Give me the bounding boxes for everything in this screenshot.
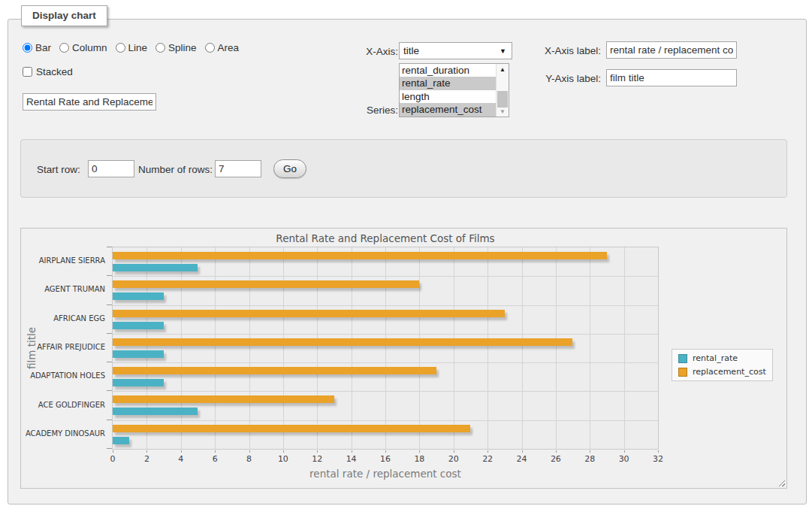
gridline-vertical [283,247,284,449]
x-tick-mark [590,450,590,453]
y-category-label: ACADEMY DINOSAUR [21,429,105,438]
x-tick-mark [181,450,182,453]
x-tick-label: 28 [584,454,595,464]
x-tick-label: 4 [178,454,183,464]
number-of-rows-input[interactable] [215,160,261,177]
chart-type-option-spline[interactable]: Spline [155,42,197,53]
chart-type-radio-label: Bar [35,42,51,53]
go-button[interactable]: Go [273,159,306,178]
stacked-label: Stacked [36,66,73,77]
x-tick-mark [215,450,216,453]
bar-rental_rate [113,322,164,329]
legend-swatch-icon [678,354,687,363]
chart-type-option-area[interactable]: Area [205,42,240,53]
x-tick-label: 8 [246,454,252,464]
x-tick-mark [624,450,625,453]
x-axis-select[interactable]: title ▼ [399,42,512,59]
x-tick-mark [522,450,523,453]
y-category-label: ADAPTATION HOLES [21,371,105,380]
y-tick-mark [107,448,112,449]
y-tick-mark [107,247,112,247]
gridline-vertical [590,247,590,449]
resize-handle-icon[interactable] [777,478,785,486]
dropdown-arrow-icon: ▼ [500,47,506,55]
chart-type-radio-area[interactable] [205,43,215,53]
x-tick-label: 18 [414,454,424,464]
x-tick-mark [385,450,386,453]
row-range-panel: Start row: Number of rows: Go [20,139,787,198]
x-tick-label: 10 [278,454,288,464]
x-tick-mark [317,450,318,453]
series-option-length[interactable]: length [400,90,496,103]
bar-replacement_cost [113,280,419,288]
chart-type-radio-label: Line [128,42,148,53]
gridline-vertical [556,247,557,449]
chart-legend: rental_ratereplacement_cost [672,349,773,381]
x-tick-label: 16 [380,454,391,464]
y-axis-label-input[interactable] [606,69,737,86]
x-tick-label: 24 [517,454,527,464]
gridline-vertical [181,247,182,449]
x-tick-mark [249,450,250,453]
chart-type-option-line[interactable]: Line [116,42,148,53]
stacked-checkbox-row[interactable]: Stacked [23,66,73,77]
fieldset-legend: Display chart [21,5,107,26]
chart-type-radio-column[interactable] [59,43,69,53]
start-row-input[interactable] [88,160,134,177]
bar-rental_rate [113,292,164,300]
y-tick-mark [107,333,112,334]
y-category-label: AGENT TRUMAN [21,285,105,293]
y-tick-mark [107,362,112,362]
gridline-vertical [352,247,352,449]
bar-replacement_cost [113,395,334,403]
series-option-replacement_cost[interactable]: replacement_cost [400,103,496,116]
y-category-label: AFFAIR PREJUDICE [21,343,105,351]
stacked-checkbox[interactable] [23,67,32,77]
legend-entry-replacement_cost: replacement_cost [678,367,766,377]
start-row-label: Start row: [37,164,80,175]
y-category-label: AFRICAN EGG [21,314,105,323]
x-tick-label: 30 [619,454,629,464]
chart-type-option-column[interactable]: Column [59,42,107,53]
number-of-rows-label: Number of rows: [138,164,213,175]
chart-type-radio-spline[interactable] [155,43,165,53]
y-tick-mark [107,420,112,420]
chart-type-radio-label: Column [72,42,107,53]
x-tick-label: 26 [551,454,561,464]
chart-type-radio-label: Area [218,42,240,53]
x-axis-label-input[interactable] [606,41,737,59]
x-tick-mark [454,450,454,453]
gridline-horizontal [113,305,658,306]
x-axis-label-label: X-Axis label: [530,45,601,56]
legend-label: replacement_cost [693,367,766,377]
chart-title-input[interactable] [23,93,156,111]
scroll-down-icon[interactable]: ▼ [497,106,509,117]
series-listbox[interactable]: rental_durationrental_ratelengthreplacem… [399,63,509,117]
x-tick-label: 12 [312,454,322,464]
gridline-vertical [419,247,420,449]
chart-title: Rental Rate and Replacement Cost of Film… [112,232,659,244]
series-list-label: Series: [331,105,398,116]
x-tick-mark [283,450,284,453]
scrollbar-thumb[interactable] [497,91,508,108]
bar-replacement_cost [113,367,436,374]
gridline-vertical [385,247,386,449]
series-scrollbar[interactable]: ▲ ▼ [496,64,509,117]
gridline-vertical [249,247,250,449]
bar-rental_rate [113,264,198,271]
chart-type-radio-bar[interactable] [23,43,32,53]
gridline-horizontal [113,391,658,392]
legend-label: rental_rate [693,353,738,363]
gridline-vertical [488,247,488,449]
scroll-up-icon[interactable]: ▲ [497,64,509,74]
chart-type-radio-line[interactable] [116,43,125,53]
bar-replacement_cost [113,425,470,432]
bar-rental_rate [113,350,164,358]
chart-type-radio-group: BarColumnLineSplineArea [23,42,239,53]
y-tick-mark [107,390,112,391]
y-category-label: ACE GOLDFINGER [21,401,105,409]
page: Display chart BarColumnLineSplineArea St… [0,0,812,512]
series-option-rental_duration[interactable]: rental_duration [400,64,496,77]
series-option-rental_rate[interactable]: rental_rate [400,77,496,89]
chart-type-option-bar[interactable]: Bar [23,42,51,53]
